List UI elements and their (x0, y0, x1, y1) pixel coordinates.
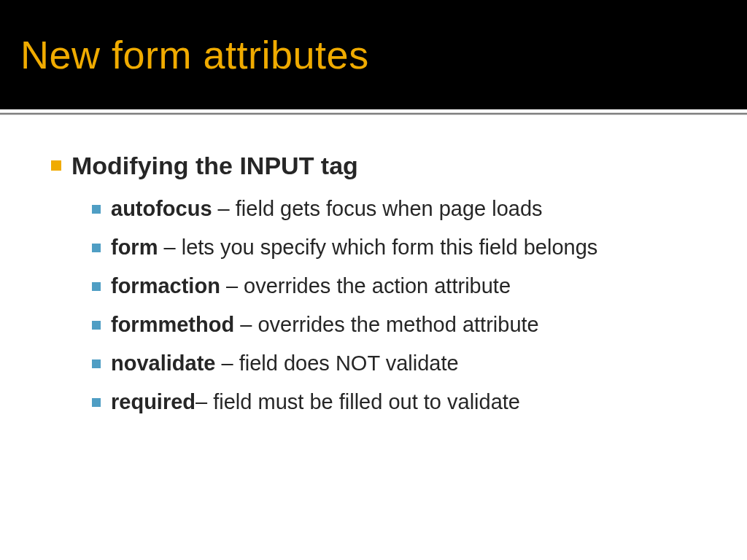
description: field does NOT validate (239, 351, 459, 375)
square-bullet-icon (92, 359, 101, 368)
separator: – (234, 313, 258, 336)
separator: – (220, 274, 244, 298)
list-item: form – lets you specify which form this … (92, 233, 696, 262)
list-text: autofocus – field gets focus when page l… (111, 195, 543, 223)
description: field must be filled out to validate (213, 390, 520, 413)
term: autofocus (111, 197, 212, 220)
term: form (111, 236, 158, 259)
term: novalidate (111, 351, 215, 375)
list-text: form – lets you specify which form this … (111, 233, 597, 262)
list-text: formaction – overrides the action attrib… (111, 272, 511, 300)
list-text: required– field must be filled out to va… (111, 388, 520, 416)
list-text: formmethod – overrides the method attrib… (111, 311, 539, 339)
slide: New form attributes Modifying the INPUT … (0, 0, 747, 560)
term: formmethod (111, 313, 234, 336)
list-item: required– field must be filled out to va… (92, 388, 696, 416)
slide-title: New form attributes (0, 32, 369, 77)
description: overrides the method attribute (258, 313, 538, 336)
square-bullet-icon (92, 244, 101, 252)
separator: – (158, 236, 181, 259)
list-text: novalidate – field does NOT validate (111, 349, 459, 378)
list-item: formmethod – overrides the method attrib… (92, 311, 696, 339)
slide-body: Modifying the INPUT tag autofocus – fiel… (0, 115, 747, 416)
sub-list: autofocus – field gets focus when page l… (51, 195, 696, 417)
square-bullet-icon (92, 398, 101, 407)
separator: – (215, 351, 239, 375)
description: overrides the action attribute (244, 274, 511, 298)
square-bullet-icon (92, 205, 101, 214)
description: field gets focus when page loads (236, 197, 543, 220)
list-item: Modifying the INPUT tag (51, 150, 696, 182)
list-item: formaction – overrides the action attrib… (92, 272, 696, 300)
list-item: novalidate – field does NOT validate (92, 349, 696, 378)
separator: – (196, 390, 213, 413)
separator: – (212, 197, 236, 220)
square-bullet-icon (92, 282, 101, 291)
list-item: autofocus – field gets focus when page l… (92, 195, 696, 223)
list-heading: Modifying the INPUT tag (71, 150, 358, 182)
term: required (111, 390, 196, 413)
square-bullet-icon (51, 160, 61, 171)
term: formaction (111, 274, 220, 298)
title-bar: New form attributes (0, 0, 747, 109)
square-bullet-icon (92, 321, 101, 330)
description: lets you specify which form this field b… (182, 236, 598, 259)
